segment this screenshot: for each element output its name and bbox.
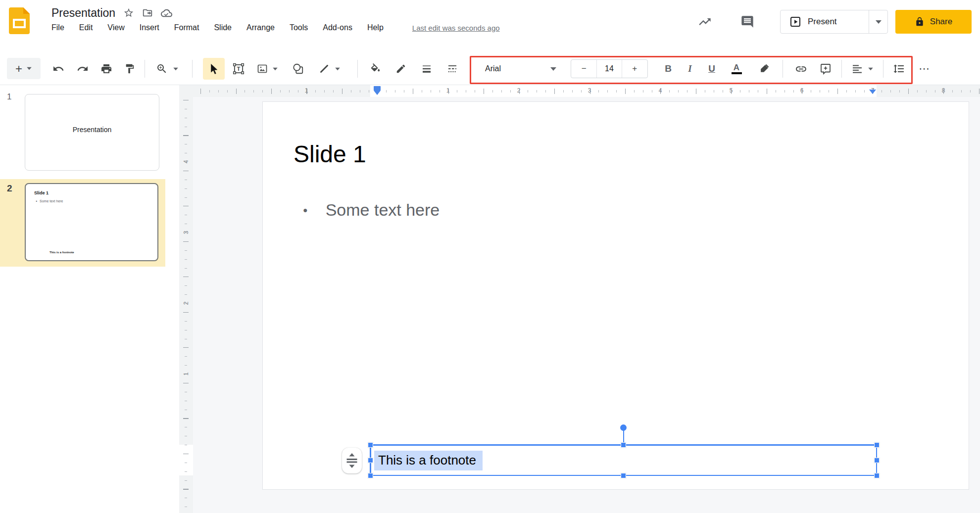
font-size-value[interactable]: 14 [596, 60, 622, 78]
ruler-label: 4 [659, 87, 662, 94]
insert-line-button[interactable] [313, 58, 345, 80]
ruler-label: 8 [942, 87, 945, 94]
slide-thumbnail-1[interactable]: Presentation [25, 94, 159, 171]
add-comment-button[interactable] [815, 58, 836, 80]
select-tool-button[interactable] [203, 58, 225, 80]
ruler-label: 3 [183, 231, 190, 234]
toolbar-separator [145, 60, 145, 78]
insert-image-button[interactable] [251, 58, 283, 80]
resize-handle-w[interactable] [368, 458, 373, 463]
menu-format[interactable]: Format [174, 23, 199, 32]
menu-tools[interactable]: Tools [290, 23, 308, 32]
line-spacing-button[interactable] [888, 58, 910, 80]
lock-icon [915, 17, 925, 27]
menu-arrange[interactable]: Arrange [246, 23, 275, 32]
textbox-drag-widget[interactable] [342, 448, 362, 473]
menu-addons[interactable]: Add-ons [323, 23, 352, 32]
slide-title-text[interactable]: Slide 1 [294, 140, 366, 168]
right-indent-marker[interactable] [869, 90, 876, 94]
menu-view[interactable]: View [107, 23, 124, 32]
fill-color-button[interactable] [364, 58, 386, 80]
zoom-button[interactable] [149, 58, 185, 80]
border-dash-icon [446, 63, 458, 75]
font-family-select[interactable]: Arial [478, 58, 563, 80]
paint-format-button[interactable] [119, 58, 141, 80]
underline-button[interactable]: U [701, 58, 723, 80]
star-icon[interactable] [123, 7, 134, 18]
align-button[interactable] [845, 58, 879, 80]
menu-help[interactable]: Help [367, 23, 384, 32]
activity-dashboard-button[interactable] [696, 13, 714, 31]
insert-shape-button[interactable] [287, 58, 309, 80]
new-slide-button[interactable]: + [7, 58, 41, 79]
menu-slide[interactable]: Slide [214, 23, 232, 32]
last-edit-link[interactable]: Last edit was seconds ago [412, 24, 500, 32]
share-button[interactable]: Share [895, 10, 972, 34]
text-box-button[interactable]: T [228, 58, 249, 80]
redo-button[interactable] [72, 58, 94, 80]
present-options-button[interactable] [869, 10, 887, 33]
decrease-font-size-button[interactable]: − [571, 60, 596, 78]
resize-handle-ne[interactable] [874, 442, 880, 448]
resize-handle-se[interactable] [874, 473, 880, 478]
move-to-folder-icon[interactable] [142, 7, 153, 18]
line-icon [318, 63, 330, 75]
toolbar-separator [192, 60, 193, 78]
trending-up-icon [698, 15, 712, 29]
toolbar-separator [357, 60, 358, 78]
toolbar-separator [841, 60, 842, 78]
menu-file[interactable]: File [51, 23, 64, 32]
italic-button[interactable]: I [679, 58, 701, 80]
present-button[interactable]: Present [781, 10, 869, 33]
border-weight-button[interactable] [416, 58, 438, 80]
horizontal-ruler: 1 1 2 3 4 5 6 7 8 [193, 85, 980, 97]
undo-icon [52, 63, 64, 75]
more-options-button[interactable]: ⋯ [914, 58, 935, 80]
print-icon [100, 63, 112, 75]
comments-button[interactable] [738, 13, 756, 31]
font-size-group: − 14 + [571, 59, 648, 78]
text-color-button[interactable]: A [726, 58, 747, 80]
text-box-icon: T [232, 62, 245, 75]
resize-handle-nw[interactable] [368, 442, 373, 448]
slide-thumbnail-2[interactable]: Slide 1 ● Some text here This is a footn… [25, 183, 158, 261]
chevron-down-icon [273, 67, 278, 70]
drag-handle-icon [346, 453, 357, 468]
cloud-saved-icon[interactable] [161, 7, 172, 18]
border-dash-button[interactable] [441, 58, 463, 80]
resize-handle-sw[interactable] [368, 473, 373, 478]
bold-button[interactable]: B [657, 58, 679, 80]
slide-body-text[interactable]: ● Some text here [303, 200, 440, 220]
menu-edit[interactable]: Edit [79, 23, 93, 32]
undo-button[interactable] [48, 58, 69, 80]
chevron-down-icon [27, 67, 32, 70]
highlight-color-button[interactable] [753, 58, 775, 80]
thumbnail-title: Presentation [25, 126, 159, 134]
line-spacing-icon [893, 63, 905, 75]
thumbnail-title: Slide 1 [34, 190, 49, 195]
resize-handle-n[interactable] [621, 442, 626, 448]
document-title[interactable]: Presentation [51, 6, 115, 20]
highlighter-icon [759, 63, 770, 74]
footnote-text[interactable]: This is a footnote [374, 451, 483, 470]
slides-logo-icon[interactable] [9, 7, 30, 34]
font-family-value: Arial [485, 64, 501, 73]
chevron-down-icon [868, 67, 873, 70]
ruler-label: 4 [183, 160, 190, 164]
menubar: File Edit View Insert Format Slide Arran… [51, 23, 500, 32]
ruler-label: 1 [446, 87, 450, 94]
insert-link-button[interactable] [790, 58, 812, 80]
menu-insert[interactable]: Insert [140, 23, 159, 32]
resize-handle-e[interactable] [874, 458, 880, 463]
title-area: Presentation File Edit View Insert Forma… [51, 5, 500, 32]
thumbnail-footnote: This is a footnote [49, 251, 74, 254]
slide-page[interactable] [262, 101, 969, 490]
border-color-button[interactable] [390, 58, 412, 80]
rotation-handle[interactable] [620, 424, 627, 431]
increase-font-size-button[interactable]: + [622, 60, 647, 78]
left-indent-marker[interactable] [374, 86, 381, 95]
italic-icon: I [688, 63, 691, 74]
print-button[interactable] [96, 58, 117, 80]
resize-handle-s[interactable] [621, 473, 626, 478]
plus-icon: + [15, 63, 22, 75]
